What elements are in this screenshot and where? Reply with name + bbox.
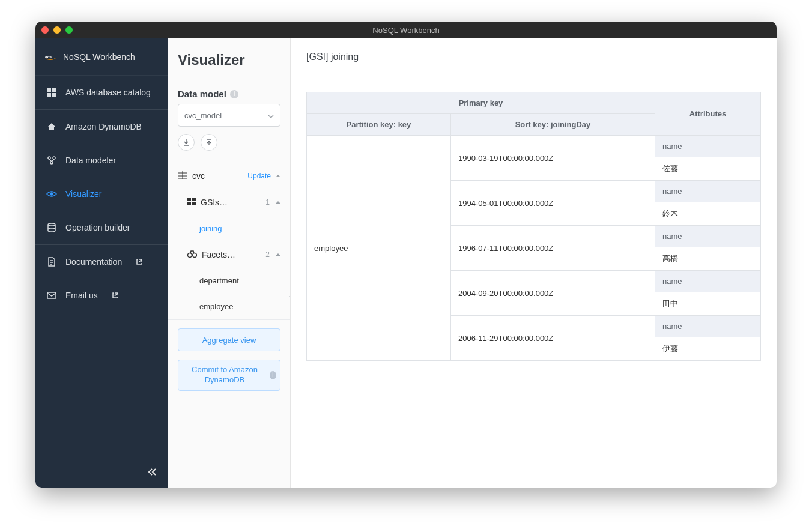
cell-attr-name: name bbox=[655, 316, 761, 337]
svg-point-16 bbox=[188, 253, 192, 258]
cell-partition-value: employee bbox=[307, 136, 451, 361]
gsi-count: 1 bbox=[265, 198, 270, 207]
header-partition-key: Partition key: key bbox=[307, 114, 451, 136]
cell-attr-name: name bbox=[655, 181, 761, 202]
sidebar-item-label: Data modeler bbox=[65, 156, 116, 165]
cell-sort-key: 1990-03-19T00:00:00.000Z bbox=[451, 136, 655, 181]
brand-name: NoSQL Workbench bbox=[63, 52, 135, 62]
svg-point-8 bbox=[50, 193, 53, 195]
brand: aws NoSQL Workbench bbox=[35, 38, 168, 76]
cell-attr-value: 鈴木 bbox=[655, 202, 761, 226]
svg-rect-3 bbox=[47, 93, 51, 97]
facets-label: Facets… bbox=[202, 250, 235, 259]
chevron-down-icon bbox=[268, 111, 274, 120]
commit-button[interactable]: Commit to Amazon DynamoDB i bbox=[178, 360, 280, 391]
sidebar-item-email[interactable]: Email us bbox=[35, 279, 168, 312]
home-icon bbox=[46, 122, 57, 131]
data-model-selected: cvc_model bbox=[184, 111, 222, 120]
table-icon bbox=[178, 171, 187, 181]
cell-attr-value: 田中 bbox=[655, 292, 761, 316]
cell-sort-key: 2004-09-20T00:00:00.000Z bbox=[451, 271, 655, 316]
svg-rect-1 bbox=[47, 88, 51, 92]
svg-point-17 bbox=[193, 253, 197, 258]
cell-attr-value: 佐藤 bbox=[655, 157, 761, 181]
header-primary-key: Primary key bbox=[307, 92, 655, 114]
svg-point-5 bbox=[48, 157, 50, 159]
cell-attr-value: 高橋 bbox=[655, 247, 761, 271]
svg-rect-14 bbox=[187, 202, 191, 205]
minimize-window-icon[interactable] bbox=[53, 26, 61, 34]
gsi-icon bbox=[187, 198, 196, 207]
database-icon bbox=[46, 223, 57, 232]
model-actions bbox=[168, 127, 290, 162]
tree-gsis-row[interactable]: GSIs… 1 bbox=[168, 189, 290, 216]
sidebar-item-label: AWS database catalog bbox=[65, 88, 151, 97]
main-title: [GSI] joining bbox=[306, 52, 761, 77]
cell-attr-name: name bbox=[655, 226, 761, 247]
svg-rect-10 bbox=[47, 292, 56, 298]
header-attributes: Attributes bbox=[655, 92, 761, 136]
panel-heading: Visualizer bbox=[168, 38, 290, 78]
zoom-window-icon[interactable] bbox=[65, 26, 73, 34]
facet-item-employee[interactable]: employee bbox=[168, 294, 290, 319]
sidebar-item-visualizer[interactable]: Visualizer bbox=[35, 177, 168, 211]
facet-item-department[interactable]: department bbox=[168, 268, 290, 294]
window-title: NoSQL Workbench bbox=[35, 26, 777, 35]
aggregate-view-button[interactable]: Aggregate view bbox=[178, 328, 280, 351]
info-icon[interactable]: i bbox=[230, 90, 238, 98]
mail-icon bbox=[46, 292, 57, 299]
cell-attr-name: name bbox=[655, 271, 761, 292]
data-model-label: Data model i bbox=[168, 78, 290, 104]
external-link-icon bbox=[110, 292, 121, 299]
tree-table-row[interactable]: cvc Update bbox=[168, 162, 290, 189]
cell-attr-name: name bbox=[655, 136, 761, 157]
collapse-sidebar-button[interactable] bbox=[148, 467, 157, 478]
svg-point-9 bbox=[48, 223, 55, 226]
sidebar-item-label: Documentation bbox=[65, 257, 122, 267]
visualizer-panel: Visualizer Data model i cvc_model cvc Up… bbox=[168, 38, 291, 488]
sidebar-item-catalog[interactable]: AWS database catalog bbox=[35, 76, 168, 109]
aws-logo-icon: aws bbox=[45, 51, 56, 63]
cell-sort-key: 2006-11-29T00:00:00.000Z bbox=[451, 316, 655, 361]
nav: AWS database catalog Amazon DynamoDB Dat… bbox=[35, 76, 168, 312]
data-model-select[interactable]: cvc_model bbox=[178, 104, 280, 127]
update-link[interactable]: Update bbox=[247, 172, 271, 180]
sidebar-item-data-modeler[interactable]: Data modeler bbox=[35, 144, 168, 177]
chevron-up-icon bbox=[276, 250, 280, 259]
eye-icon bbox=[46, 190, 57, 198]
external-link-icon bbox=[134, 258, 145, 265]
sidebar-item-operation-builder[interactable]: Operation builder bbox=[35, 211, 168, 244]
aggregate-wrap: Aggregate view bbox=[168, 319, 290, 360]
chevron-up-icon bbox=[276, 198, 280, 207]
gsis-label: GSIs… bbox=[201, 198, 228, 207]
tree-facets-row[interactable]: Facets… 2 bbox=[168, 241, 290, 268]
sidebar-item-label: Visualizer bbox=[65, 189, 102, 199]
svg-rect-12 bbox=[187, 198, 191, 201]
tree: cvc Update GSIs… 1 joining bbox=[168, 162, 290, 319]
titlebar: NoSQL Workbench bbox=[35, 22, 777, 38]
chevron-up-icon bbox=[276, 172, 280, 180]
export-button[interactable] bbox=[201, 134, 217, 151]
tree-gsi-item[interactable]: joining bbox=[168, 216, 290, 241]
cell-sort-key: 1994-05-01T00:00:00.000Z bbox=[451, 181, 655, 226]
app-window: NoSQL Workbench aws NoSQL Workbench AWS … bbox=[35, 22, 777, 488]
info-icon: i bbox=[270, 371, 276, 379]
sidebar: aws NoSQL Workbench AWS database catalog… bbox=[35, 38, 168, 488]
sidebar-item-documentation[interactable]: Documentation bbox=[35, 245, 168, 279]
commit-wrap: Commit to Amazon DynamoDB i bbox=[168, 360, 290, 399]
document-icon bbox=[46, 257, 57, 267]
tree-table-name: cvc bbox=[192, 171, 205, 181]
sidebar-item-dynamodb[interactable]: Amazon DynamoDB bbox=[35, 110, 168, 144]
gsi-item-name: joining bbox=[199, 224, 222, 233]
cell-attr-value: 伊藤 bbox=[655, 337, 761, 361]
svg-rect-13 bbox=[192, 198, 196, 201]
import-button[interactable] bbox=[178, 134, 195, 151]
facets-count: 2 bbox=[265, 250, 270, 259]
svg-text:aws: aws bbox=[45, 54, 52, 58]
svg-point-7 bbox=[50, 162, 53, 164]
close-window-icon[interactable] bbox=[41, 26, 49, 34]
window-controls bbox=[41, 26, 73, 34]
cell-sort-key: 1996-07-11T00:00:00.000Z bbox=[451, 226, 655, 271]
modeler-icon bbox=[46, 156, 57, 165]
main-content: [GSI] joining Primary key Attributes Par… bbox=[291, 38, 777, 488]
